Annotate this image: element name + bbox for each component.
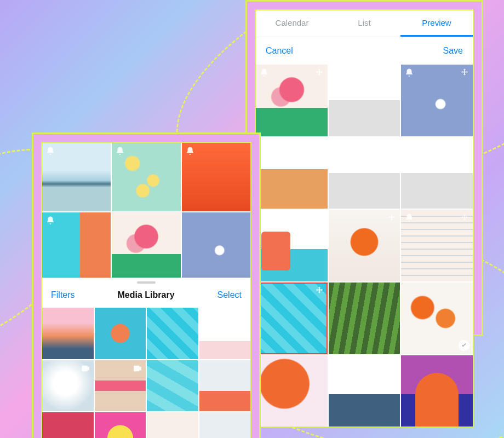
bell-icon — [115, 146, 125, 156]
save-button[interactable]: Save — [443, 46, 463, 56]
preview-phone-frame: Calendar List Preview Cancel Save — [245, 0, 483, 336]
preview-cell-aperol-drinks[interactable] — [401, 283, 473, 354]
thumbnail-image — [147, 360, 198, 412]
sheet-drag-handle[interactable] — [137, 281, 156, 284]
move-icon — [387, 213, 397, 223]
media-cell-pool-swimmer[interactable] — [147, 308, 198, 359]
preview-grid — [256, 65, 473, 427]
filters-button[interactable]: Filters — [51, 290, 75, 300]
move-icon — [314, 286, 324, 296]
media-library-sheet: Filters Media Library Select — [42, 278, 250, 438]
preview-cell-spritz-glass[interactable] — [329, 210, 400, 281]
media-cell-latte-bowl[interactable] — [42, 360, 94, 412]
thumbnail-image — [329, 65, 400, 136]
preview-cell-empty-slot[interactable] — [329, 65, 400, 136]
preview-cell-dining-room[interactable] — [256, 137, 328, 209]
feed-cell-orange-room[interactable] — [182, 143, 250, 211]
media-cell-smiley-tee[interactable] — [95, 412, 146, 438]
preview-action-bar: Cancel Save — [256, 37, 473, 65]
feed-grid — [42, 143, 250, 281]
thumbnail-image — [329, 355, 400, 427]
select-button[interactable]: Select — [217, 290, 242, 300]
preview-cell-paint-palette[interactable] — [401, 210, 473, 281]
media-cell-beach-flatlay[interactable] — [95, 308, 146, 359]
tab-calendar[interactable]: Calendar — [256, 10, 328, 37]
bell-icon — [259, 68, 269, 78]
preview-cell-pool-swimmer[interactable] — [256, 283, 328, 354]
feed-cell-sailboat-sunset[interactable] — [42, 143, 111, 211]
preview-cell-denim-pocket[interactable] — [401, 65, 473, 136]
preview-cell-flowers-vase[interactable] — [256, 65, 328, 136]
thumbnail-image — [199, 412, 251, 438]
library-phone-frame: Filters Media Library Select — [32, 132, 261, 438]
thumbnail-image — [147, 412, 198, 438]
video-icon — [133, 364, 142, 373]
media-library-grid — [42, 308, 250, 438]
preview-cell-spacer[interactable] — [329, 137, 400, 209]
video-icon — [81, 364, 90, 373]
thumbnail-image — [95, 412, 146, 438]
thumbnail-image — [199, 360, 251, 412]
thumbnail-image — [401, 137, 473, 209]
preview-cell-palm-leaf[interactable] — [329, 283, 400, 354]
media-cell-beach-sunset[interactable] — [42, 308, 94, 359]
media-cell-rose-wine[interactable] — [199, 308, 251, 359]
feed-cell-denim-daisies[interactable] — [182, 212, 250, 281]
thumbnail-image — [256, 355, 328, 427]
feed-cell-pool-cocktail[interactable] — [42, 212, 111, 281]
move-icon — [460, 68, 469, 78]
feed-cell-flowers-vase[interactable] — [112, 212, 180, 281]
preview-cell-orange-balloon[interactable] — [256, 355, 328, 427]
media-cell-orange-chairs[interactable] — [199, 360, 251, 412]
move-icon — [314, 68, 324, 78]
preview-cell-pool-chair[interactable] — [256, 210, 328, 281]
thumbnail-image — [199, 308, 251, 359]
view-tabs: Calendar List Preview — [256, 10, 473, 37]
feed-cell-lemons-water[interactable] — [112, 143, 180, 211]
thumbnail-image — [42, 308, 94, 359]
media-cell-orange-armchair[interactable] — [147, 412, 198, 438]
check-icon — [459, 340, 469, 351]
media-cell-pool-steps[interactable] — [147, 360, 198, 412]
thumbnail-image — [329, 283, 400, 354]
preview-cell-person-walking[interactable] — [329, 355, 400, 427]
move-icon — [314, 213, 324, 223]
sheet-title: Media Library — [118, 290, 175, 300]
media-cell-red-poster[interactable] — [42, 412, 94, 438]
preview-cell-spacer2[interactable] — [401, 137, 473, 209]
thumbnail-image — [112, 212, 180, 281]
media-cell-studio-chair[interactable] — [199, 412, 251, 438]
preview-cell-purple-arch[interactable] — [401, 355, 473, 427]
thumbnail-image — [182, 212, 250, 281]
tab-preview[interactable]: Preview — [400, 10, 473, 37]
move-icon — [460, 213, 469, 223]
thumbnail-image — [147, 308, 198, 359]
bell-icon — [404, 68, 414, 78]
bell-icon — [185, 146, 195, 156]
thumbnail-image — [95, 308, 146, 359]
move-icon — [314, 141, 324, 151]
thumbnail-image — [401, 355, 473, 427]
bell-icon — [45, 216, 55, 226]
bell-icon — [404, 213, 414, 223]
tab-list[interactable]: List — [328, 10, 400, 37]
cancel-button[interactable]: Cancel — [266, 46, 293, 56]
media-cell-couple-art[interactable] — [95, 360, 146, 412]
thumbnail-image — [42, 412, 94, 438]
bell-icon — [45, 146, 55, 156]
thumbnail-image — [329, 137, 400, 209]
